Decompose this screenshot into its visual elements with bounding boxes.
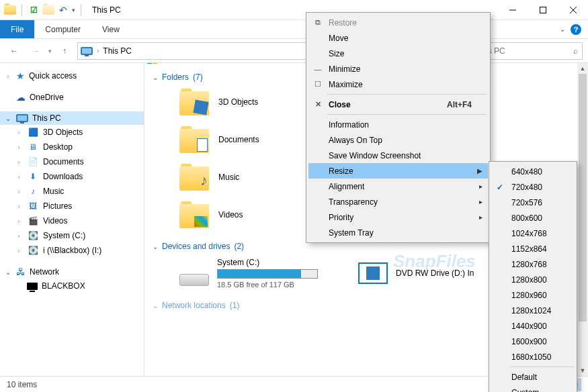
resize-option[interactable]: 800x600: [491, 210, 575, 226]
expand-icon[interactable]: ›: [15, 158, 23, 166]
tree-blackbox[interactable]: BLACKBOX: [0, 279, 144, 293]
tree-item[interactable]: ›💽System (C:): [0, 228, 144, 243]
breadcrumb-location[interactable]: This PC: [103, 46, 132, 56]
tree-item[interactable]: ›💽i (\\Blackbox) (I:): [0, 243, 144, 258]
ctx-save-screenshot[interactable]: Save Window Screenshot: [308, 148, 488, 163]
new-folder-icon[interactable]: [42, 4, 54, 16]
collapse-icon[interactable]: ⌄: [4, 268, 12, 276]
up-button[interactable]: ↑: [56, 42, 73, 60]
ctx-size[interactable]: Size: [308, 46, 488, 61]
back-button[interactable]: ←: [5, 42, 23, 60]
tree-label: System (C:): [43, 231, 85, 240]
resize-submenu: 640x480✓720x480720x576800x6001024x768115…: [489, 161, 577, 392]
minimize-button[interactable]: [497, 0, 528, 20]
folder-icon: [179, 89, 209, 115]
ctx-transparency[interactable]: Transparency▸: [308, 194, 488, 209]
resize-option[interactable]: 720x576: [491, 195, 575, 210]
expand-icon[interactable]: ›: [15, 203, 23, 210]
vertical-scrollbar[interactable]: ▲ ▼: [577, 63, 588, 376]
tree-item[interactable]: ›🎬Videos: [0, 213, 144, 228]
resize-option[interactable]: 1152x864: [491, 241, 575, 256]
resize-option[interactable]: 1680x1050: [491, 349, 575, 364]
expand-icon[interactable]: ›: [15, 188, 23, 195]
resize-option-label: 1280x960: [511, 291, 547, 300]
ctx-system-tray[interactable]: System Tray: [308, 225, 488, 240]
expand-icon[interactable]: ›: [15, 217, 23, 225]
drive-usage-bar: [217, 269, 318, 279]
folder-icon: 🖼: [27, 201, 39, 211]
undo-icon[interactable]: ↶: [57, 4, 69, 16]
expand-icon[interactable]: ›: [4, 72, 12, 80]
ctx-alignment[interactable]: Alignment▸: [308, 179, 488, 194]
resize-custom[interactable]: Custom...: [491, 385, 575, 392]
collapse-icon[interactable]: ⌄: [4, 115, 12, 122]
tree-item[interactable]: ›🖼Pictures: [0, 199, 144, 213]
scroll-up-icon[interactable]: ▲: [577, 63, 588, 74]
tree-network[interactable]: ⌄ 🖧 Network: [0, 264, 144, 279]
expand-icon[interactable]: ›: [15, 173, 23, 181]
tree-item[interactable]: ›♪Music: [0, 184, 144, 199]
dvd-icon: [358, 262, 388, 284]
tab-file[interactable]: File: [0, 20, 34, 38]
ctx-restore[interactable]: ⧉Restore: [308, 15, 488, 30]
resize-default[interactable]: Default: [491, 369, 575, 385]
resize-option[interactable]: 1280x800: [491, 272, 575, 287]
tree-item[interactable]: ›🟦3D Objects: [0, 125, 144, 140]
ctx-maximize[interactable]: ☐Maximize: [308, 77, 488, 92]
group-label: Devices and drives: [162, 242, 230, 251]
help-icon[interactable]: ?: [571, 24, 581, 35]
ctx-information[interactable]: Information: [308, 117, 488, 132]
tree-item[interactable]: ›🖥Desktop: [0, 140, 144, 154]
ctx-move[interactable]: Move: [308, 30, 488, 46]
computer-icon: [27, 283, 38, 290]
resize-option[interactable]: 1600x900: [491, 334, 575, 349]
scrollbar-thumb[interactable]: [579, 74, 587, 322]
drive-system-c[interactable]: System (C:) 18.5 GB free of 117 GB: [179, 258, 318, 289]
resize-option[interactable]: 1024x768: [491, 226, 575, 241]
scroll-down-icon[interactable]: ▼: [577, 365, 588, 376]
tree-item[interactable]: ›⬇Downloads: [0, 169, 144, 184]
resize-option[interactable]: ✓720x480: [491, 179, 575, 195]
close-button[interactable]: [558, 0, 588, 20]
tree-label: 3D Objects: [43, 128, 83, 137]
resize-option[interactable]: 640x480: [491, 164, 575, 179]
breadcrumb-chevron-icon[interactable]: ›: [97, 47, 99, 54]
resize-option-label: 1280x768: [511, 260, 547, 269]
tree-onedrive[interactable]: ☁ OneDrive: [0, 90, 144, 105]
separator: [327, 114, 487, 115]
submenu-arrow-icon: ▶: [477, 167, 482, 175]
resize-option[interactable]: 1440x900: [491, 318, 575, 334]
resize-option-label: 800x600: [511, 213, 542, 223]
drive-dvd[interactable]: DVD RW Drive (D:) In: [358, 258, 474, 289]
resize-option[interactable]: 1280x1024: [491, 303, 575, 318]
maximize-button[interactable]: [528, 0, 558, 20]
recent-dropdown-icon[interactable]: ▾: [48, 48, 52, 54]
maximize-icon: ☐: [312, 80, 323, 89]
expand-icon[interactable]: ›: [15, 247, 23, 254]
forward-button[interactable]: →: [27, 42, 44, 60]
ctx-resize[interactable]: Resize▶: [308, 163, 488, 179]
properties-icon[interactable]: ☑: [28, 4, 40, 16]
ribbon-expand-icon[interactable]: ⌄: [560, 26, 565, 33]
star-icon: ★: [16, 70, 25, 81]
tree-this-pc[interactable]: ⌄ This PC: [0, 111, 144, 125]
qat-dropdown-icon[interactable]: ▾: [72, 7, 75, 13]
resize-option[interactable]: 1280x768: [491, 256, 575, 272]
separator: [22, 4, 22, 16]
tree-item[interactable]: ›📄Documents: [0, 154, 144, 169]
ctx-always-on-top[interactable]: Always On Top: [308, 132, 488, 148]
expand-icon[interactable]: ›: [15, 232, 23, 240]
resize-option[interactable]: 1280x960: [491, 287, 575, 303]
tree-quick-access[interactable]: › ★ Quick access: [0, 68, 144, 83]
tab-computer[interactable]: Computer: [34, 20, 91, 38]
titlebar: ☑ ↶ ▾ This PC: [0, 0, 588, 20]
ctx-priority[interactable]: Priority▸: [308, 209, 488, 225]
ctx-close[interactable]: ✕CloseAlt+F4: [308, 97, 488, 112]
ctx-minimize[interactable]: —Minimize: [308, 61, 488, 77]
tree-label: Quick access: [29, 71, 77, 81]
explorer-icon[interactable]: [4, 4, 16, 16]
tree-label: Downloads: [43, 172, 83, 181]
tab-view[interactable]: View: [91, 20, 130, 38]
expand-icon[interactable]: ›: [15, 129, 23, 136]
expand-icon[interactable]: ›: [15, 144, 23, 151]
